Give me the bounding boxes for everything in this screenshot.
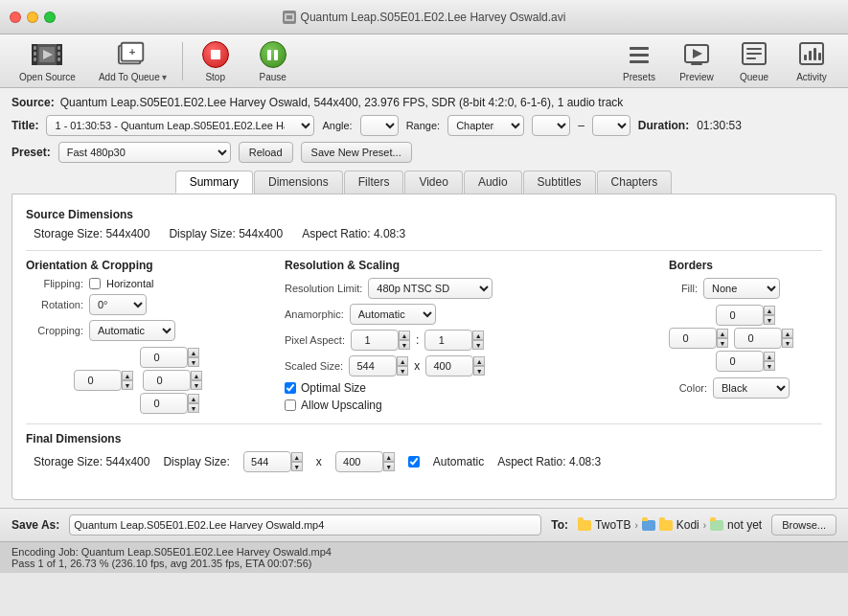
final-auto-checkbox[interactable] [408, 456, 420, 468]
border-bottom-up[interactable]: ▲ [764, 352, 775, 361]
pixel-h-input[interactable] [424, 330, 472, 351]
svg-rect-9 [57, 46, 60, 50]
allow-upscaling-checkbox[interactable] [285, 399, 296, 411]
svg-rect-11 [57, 57, 60, 61]
final-h-up[interactable]: ▲ [383, 452, 395, 462]
close-button[interactable] [10, 11, 21, 23]
scaled-h-down[interactable]: ▼ [473, 366, 485, 376]
range-from-select[interactable]: 1 [532, 115, 570, 136]
tab-audio[interactable]: Audio [464, 171, 522, 194]
minimize-button[interactable] [27, 11, 38, 23]
tab-dimensions[interactable]: Dimensions [254, 171, 343, 194]
pixel-w-spinner: ▲ ▼ [351, 330, 410, 351]
final-h-down[interactable]: ▼ [383, 462, 395, 471]
preview-button[interactable]: Preview [668, 35, 725, 86]
optimal-size-checkbox[interactable] [285, 382, 296, 394]
tab-summary[interactable]: Summary [175, 171, 253, 194]
crop-left-input[interactable] [74, 370, 122, 391]
range-label: Range: [406, 120, 440, 131]
tab-filters[interactable]: Filters [344, 171, 404, 194]
cropping-select[interactable]: Automatic [89, 320, 175, 341]
source-row: Source: Quantum Leap.S05E01.E02.Lee Harv… [11, 96, 837, 109]
crop-top-down[interactable]: ▼ [188, 357, 199, 367]
crop-right-up[interactable]: ▲ [191, 371, 202, 380]
fill-row: Fill: None [669, 278, 822, 299]
res-limit-select[interactable]: 480p NTSC SD [368, 278, 493, 299]
crop-top-up[interactable]: ▲ [188, 348, 199, 357]
border-left-input[interactable] [669, 328, 717, 349]
scaled-w-down[interactable]: ▼ [397, 366, 408, 376]
activity-button[interactable]: Activity [783, 35, 840, 86]
pixel-h-down[interactable]: ▼ [472, 340, 484, 350]
browse-button[interactable]: Browse... [771, 514, 837, 536]
maximize-button[interactable] [44, 11, 56, 23]
anamorphic-select[interactable]: Automatic [350, 304, 436, 325]
pixel-w-up[interactable]: ▲ [399, 331, 410, 340]
save-as-input[interactable]: Quantum Leap.S05E01.E02.Lee Harvey Oswal… [69, 514, 541, 536]
queue-label: Queue [740, 72, 768, 82]
final-display-h-input[interactable] [335, 451, 383, 472]
border-left-up[interactable]: ▲ [717, 329, 728, 338]
border-top-input[interactable] [716, 305, 764, 326]
pixel-w-input[interactable] [351, 330, 399, 351]
range-to-select[interactable]: 1 [592, 115, 630, 136]
open-source-button[interactable]: Open Source [8, 35, 87, 86]
add-queue-label: Add To Queue [99, 72, 160, 82]
crop-bottom-input[interactable] [140, 393, 188, 414]
queue-button[interactable]: Queue [725, 35, 783, 86]
crop-right-input[interactable] [143, 370, 191, 391]
preset-select[interactable]: Fast 480p30 [58, 142, 231, 163]
svg-rect-18 [630, 54, 649, 57]
scaled-h-input[interactable] [425, 355, 473, 376]
border-left-down[interactable]: ▼ [717, 338, 728, 348]
border-bottom-input[interactable] [716, 351, 764, 372]
svg-rect-27 [746, 57, 756, 59]
pixel-h-spinner: ▲ ▼ [424, 330, 484, 351]
scaled-size-row: Scaled Size: ▲ ▼ x ▲ ▼ [285, 355, 650, 376]
presets-button[interactable]: Presets [610, 35, 668, 86]
tab-video[interactable]: Video [404, 171, 462, 194]
border-top-down[interactable]: ▼ [764, 315, 775, 325]
scaled-h-up[interactable]: ▲ [473, 356, 485, 366]
borders-title: Borders [669, 259, 822, 272]
crop-bottom-down[interactable]: ▼ [188, 403, 199, 413]
stop-button[interactable]: Stop [187, 35, 244, 86]
crop-top-input[interactable] [140, 347, 188, 368]
pixel-h-up[interactable]: ▲ [472, 331, 484, 340]
range-select[interactable]: Chapters [447, 115, 524, 136]
rotation-select[interactable]: 0° [89, 294, 147, 315]
resolution-section: Resolution & Scaling Resolution Limit: 4… [285, 259, 650, 416]
add-to-queue-button[interactable]: + Add To Queue ▾ [87, 35, 178, 86]
save-preset-button[interactable]: Save New Preset... [301, 142, 412, 163]
border-right-input[interactable] [734, 328, 782, 349]
crop-right-down[interactable]: ▼ [191, 380, 202, 390]
toolbar-right: Presets Preview [610, 35, 840, 86]
scaled-w-up[interactable]: ▲ [397, 356, 408, 366]
title-select[interactable]: 1 - 01:30:53 - Quantum Leap.S05E01.E02.L… [46, 115, 314, 136]
fill-select[interactable]: None [703, 278, 780, 299]
final-w-down[interactable]: ▼ [291, 462, 303, 471]
final-w-up[interactable]: ▲ [291, 452, 303, 462]
color-select[interactable]: Black [713, 377, 790, 399]
border-right-up[interactable]: ▲ [782, 329, 793, 338]
crop-left-down[interactable]: ▼ [122, 380, 133, 390]
angle-select[interactable]: 1 [360, 115, 399, 136]
scaled-w-input[interactable] [349, 355, 397, 376]
flipping-row: Flipping: Horizontal [26, 278, 265, 289]
tab-chapters[interactable]: Chapters [597, 171, 673, 194]
pause-button[interactable]: Pause [244, 35, 302, 86]
border-right-down[interactable]: ▼ [782, 338, 793, 348]
folder-icon-2 [642, 520, 655, 531]
pixel-w-down[interactable]: ▼ [399, 340, 410, 350]
crop-left-up[interactable]: ▲ [122, 371, 133, 380]
path-segment-3: not yet [727, 518, 762, 532]
border-bottom-down[interactable]: ▼ [764, 361, 775, 371]
reload-button[interactable]: Reload [239, 142, 293, 163]
final-display-w-input[interactable] [243, 451, 291, 472]
border-top-up[interactable]: ▲ [764, 306, 775, 315]
tab-subtitles[interactable]: Subtitles [523, 171, 596, 194]
crop-bottom-up[interactable]: ▲ [188, 394, 199, 403]
aspect-ratio-label: Aspect Ratio: 4.08:3 [302, 227, 405, 240]
horizontal-checkbox[interactable] [89, 278, 101, 289]
range-dash: – [578, 119, 584, 132]
